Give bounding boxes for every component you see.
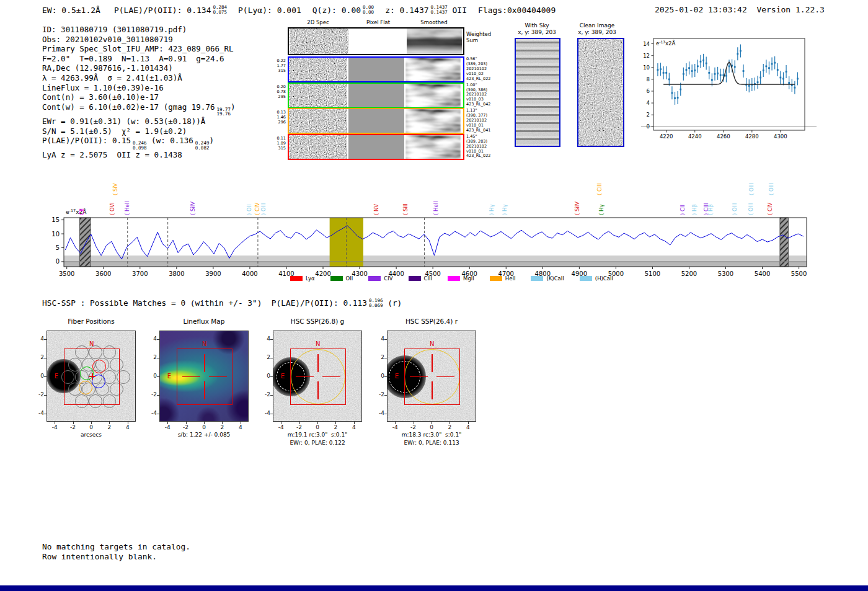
cutout-title: With Skyx, y: 389, 203 xyxy=(503,22,571,36)
legend-swatch xyxy=(330,276,343,281)
weighted-sum-label-line: Weighted xyxy=(466,31,491,37)
info-line: RA,Dec (12.987616,-1.101434) xyxy=(42,63,236,73)
lo-value: 0.1437 xyxy=(431,10,448,15)
pixel-flat-strip xyxy=(348,84,404,107)
compass-north: N xyxy=(89,340,94,347)
stat-text: S/N = 5.1(±0.5) χ² = 1.9(±0.2) xyxy=(42,127,187,136)
legend-label: CIV xyxy=(384,275,392,282)
smoothed-dark-band xyxy=(407,29,462,54)
catalog-note-line2: Row intentionally blank. xyxy=(42,552,190,562)
extraction-region-square xyxy=(177,349,232,406)
svg-text:4000: 4000 xyxy=(242,270,257,277)
stat-text: P(LAE)/P(OII): 0.15 xyxy=(42,136,131,145)
extraction-region-square xyxy=(64,349,120,406)
cutout-coords: x, y: 389, 203 xyxy=(503,29,571,36)
fiber-row-left-labels: 0.200.78295 xyxy=(271,84,286,99)
y-tick-label: -4 xyxy=(366,410,384,416)
x-tick-label: -2 xyxy=(64,424,82,430)
compass-north: N xyxy=(202,340,206,347)
x-tick-label: 0 xyxy=(308,424,327,430)
svg-text:( HeII: ( HeII xyxy=(433,201,439,215)
y-tick-label: -2 xyxy=(252,391,270,398)
header-stats: EW: 0.5±1.2ÅP(LAE)/P(OII): 0.1340.2840.0… xyxy=(42,4,556,16)
svg-text:) Hβ: ) Hβ xyxy=(691,204,698,215)
extraction-region-square xyxy=(404,349,460,406)
stat-text: Cont(n) = 3.60(±0.10)e-17 xyxy=(42,92,159,102)
noise-texture xyxy=(289,135,347,159)
info-line: Obs: 20210102v010_3011080719 xyxy=(42,35,236,45)
y-tick-label: 0 xyxy=(25,373,44,379)
svg-text:e-17x2Å: e-17x2Å xyxy=(656,40,675,47)
hi-lo-range: 0.14370.1437 xyxy=(431,5,448,14)
y-tick-mark xyxy=(270,376,273,377)
y-tick-mark xyxy=(384,395,387,396)
svg-text:10: 10 xyxy=(643,64,650,71)
lo-value: 0.098 xyxy=(133,146,147,151)
legend-label: MgII xyxy=(463,275,474,282)
panel-caption: m:19.1 rc:3.0" s:0.1" xyxy=(260,432,374,438)
info-line: Cont(w) = 6.10(±0.02)e-17 (gmag 19.7619.… xyxy=(42,102,236,117)
hi-lo-range: 0.000.00 xyxy=(363,5,374,14)
hi-lo-range: 19.7719.76 xyxy=(216,107,231,117)
y-tick-mark xyxy=(44,376,46,377)
legend-item: HeII xyxy=(490,275,516,282)
fiber-row-right-labels: 1.45"(389, 203)20210102v010_01423_RL_022 xyxy=(466,135,510,159)
svg-text:15: 15 xyxy=(51,216,60,223)
info-line: Cont(n) = 3.60(±0.10)e-17 xyxy=(42,92,236,102)
fiber-row-left-line: 0.13 xyxy=(271,110,286,115)
panel-image-flux: NE xyxy=(159,331,249,422)
lo-value: 0.00 xyxy=(363,10,374,15)
svg-text:( OIII: ( OIII xyxy=(768,183,774,195)
svg-text:5400: 5400 xyxy=(755,270,770,277)
y-tick-label: 4 xyxy=(138,335,157,342)
info-line: EWr = 0.91(±0.31) (w: 0.53(±0.18))Å xyxy=(42,117,236,127)
fiber-row-right-labels: 1.13"(390, 377)20210102v010_01423_RL_041 xyxy=(466,109,510,133)
x-tick-label: -4 xyxy=(272,424,290,430)
noise-texture xyxy=(405,84,461,107)
y-tick-mark xyxy=(44,395,46,396)
y-tick-label: -2 xyxy=(366,391,384,398)
footer-bar xyxy=(0,585,868,591)
legend-item: (K)CaII xyxy=(531,275,564,282)
svg-text:( SiIV: ( SiIV xyxy=(190,202,196,215)
fiber-row-left-line: 0.78 xyxy=(271,89,286,94)
svg-text:( Hβ: ( Hβ xyxy=(707,204,714,215)
panel-xlabel: arcsecs xyxy=(46,432,136,438)
legend-swatch xyxy=(409,276,421,281)
y-tick-label: 2 xyxy=(138,354,157,360)
info-line: LyA z = 2.5075 OII z = 0.1438 xyxy=(42,150,236,160)
fiber-row-left-line: 296 xyxy=(271,120,286,125)
x-tick-label: 2 xyxy=(213,424,231,430)
stat-text: LineFlux = 1.10(±0.39)e-16 xyxy=(42,83,164,92)
panel-title: HSC SSP(26.4) r xyxy=(374,318,489,325)
fiber-row-left-line: 1.09 xyxy=(271,141,286,146)
smoothed-strip xyxy=(405,58,461,81)
pixel-flat-strip xyxy=(348,109,404,133)
legend-swatch xyxy=(490,276,502,281)
info-line: P(LAE)/P(OII): 0.150.2460.098 (w: 0.1360… xyxy=(42,136,236,150)
stat-text: λ = 4263.99Å σ = 2.41(±1.03)Å xyxy=(42,73,182,82)
smoothed-strip xyxy=(405,135,461,159)
svg-text:) OIII: ) OIII xyxy=(732,203,738,215)
legend-label: OII xyxy=(346,275,353,282)
version-label: Version 1.22.3 xyxy=(756,5,825,14)
compass-north-label: N xyxy=(202,340,206,347)
spectrum-legend: LyαOIICIVCIIIMgIIHeII(K)CaII(H)CaII xyxy=(290,275,629,282)
svg-text:( CIV: ( CIV xyxy=(254,203,260,215)
lo-value: 0.082 xyxy=(195,146,210,151)
x-tick-label: 0 xyxy=(195,424,213,430)
noise-texture xyxy=(289,109,347,133)
noise-texture xyxy=(516,39,559,146)
svg-text:4300: 4300 xyxy=(774,133,787,140)
y-tick-mark xyxy=(384,414,387,414)
svg-text:) CII: ) CII xyxy=(680,205,686,215)
x-tick-label: -4 xyxy=(45,424,64,430)
compass-east-label: E xyxy=(395,373,399,380)
y-tick-mark xyxy=(384,376,387,377)
stat-text: (r) xyxy=(383,298,402,308)
catalog-note: No matching targets in catalog. Row inte… xyxy=(42,542,190,561)
stat-text: Flags:0x00404009 xyxy=(478,6,556,15)
fiber-row-left-line: 0.22 xyxy=(271,58,286,63)
fiber-row-left-line: 1.77 xyxy=(271,63,286,68)
weighted-sum-label-line: Sum xyxy=(466,37,491,43)
